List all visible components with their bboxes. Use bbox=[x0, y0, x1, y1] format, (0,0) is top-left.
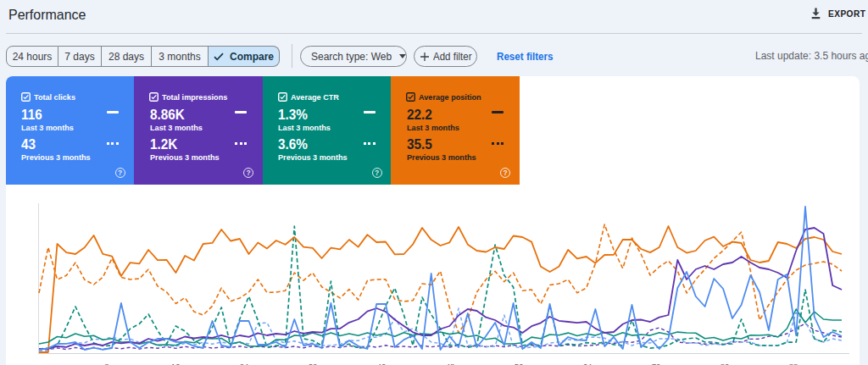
svg-text:56: 56 bbox=[515, 362, 524, 365]
svg-text:24: 24 bbox=[240, 362, 249, 365]
svg-text:16: 16 bbox=[171, 362, 181, 365]
svg-text:80: 80 bbox=[721, 362, 730, 365]
svg-text:8: 8 bbox=[104, 362, 108, 365]
svg-text:88: 88 bbox=[789, 362, 798, 365]
svg-text:72: 72 bbox=[652, 362, 661, 365]
svg-text:40: 40 bbox=[377, 362, 387, 365]
svg-text:64: 64 bbox=[583, 362, 593, 365]
svg-text:32: 32 bbox=[309, 362, 318, 365]
svg-text:48: 48 bbox=[446, 362, 455, 365]
